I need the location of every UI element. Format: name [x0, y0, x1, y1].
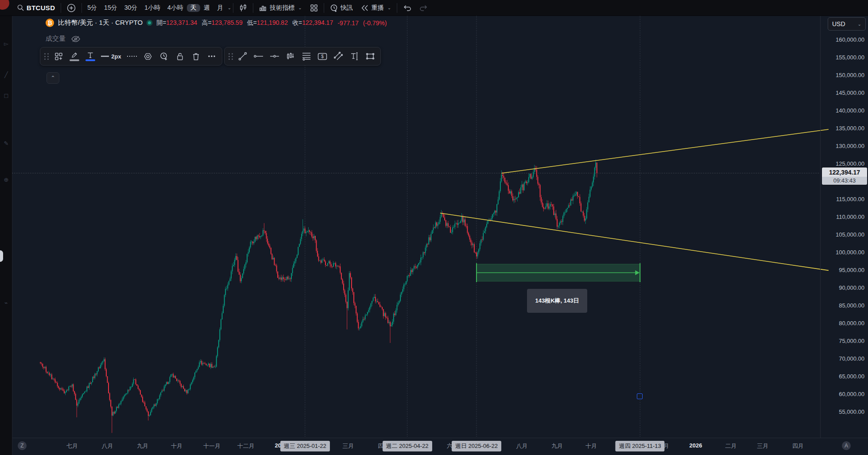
symbol-search-button[interactable]: BTCUSD: [13, 2, 59, 14]
price-label-tool-button[interactable]: $: [315, 49, 330, 63]
price-axis-label: 160,000.00: [836, 36, 864, 43]
timeframe-30m[interactable]: 30分: [121, 4, 141, 12]
eye-off-icon[interactable]: [71, 35, 81, 43]
price-axis-label: 100,000.00: [836, 249, 864, 256]
settings-button[interactable]: [140, 49, 155, 63]
timeframe-1w[interactable]: 週: [200, 4, 213, 12]
separator: [324, 3, 324, 13]
timeframe-4h[interactable]: 4小時: [164, 4, 187, 12]
rectangle-tool-button[interactable]: [363, 49, 378, 63]
time-axis-label: 十一月: [203, 442, 221, 450]
add-alert-button[interactable]: [156, 49, 171, 63]
price-axis-label: 115,000.00: [836, 196, 864, 202]
sidebar-handle[interactable]: [0, 250, 3, 262]
date-badge[interactable]: 週四 2025-11-13: [616, 441, 665, 451]
price-axis-label: 110,000.00: [836, 214, 864, 220]
replay-button[interactable]: 重播 ⌄: [357, 2, 395, 14]
drag-handle[interactable]: [44, 49, 49, 63]
timeframe-1h[interactable]: 1小時: [141, 4, 164, 12]
sidebar-tool-icon[interactable]: ▻: [3, 40, 10, 47]
rewind-icon: [361, 4, 369, 12]
horizontal-line-tool-button[interactable]: [251, 49, 266, 63]
price-axis-label: 140,000.00: [836, 107, 864, 114]
price-axis-label: 105,000.00: [836, 231, 864, 238]
layout-grid-button[interactable]: [306, 2, 322, 14]
indicators-button[interactable]: 技術指標 ⌄: [255, 2, 306, 14]
timeframe-15m[interactable]: 15分: [101, 4, 121, 12]
chart-legend: ₿ 比特幣/美元 · 1天 · CRYPTO 開=123,371.34 高=12…: [46, 19, 387, 27]
chart-pane[interactable]: ₿ 比特幣/美元 · 1天 · CRYPTO 開=123,371.34 高=12…: [12, 16, 868, 455]
horizontal-line-icon: [254, 54, 264, 58]
text-color-button[interactable]: [83, 49, 98, 63]
symbol-label: BTCUSD: [27, 4, 55, 12]
lock-icon: [176, 52, 184, 61]
timeframe-1d-selected[interactable]: 天: [187, 4, 200, 12]
line-width-button[interactable]: 2px: [99, 49, 124, 63]
collapse-legend-button[interactable]: ⌃: [46, 72, 59, 84]
candlestick-chart[interactable]: [12, 16, 868, 455]
sidebar-tool-icon[interactable]: ╱: [3, 71, 10, 78]
drag-handle[interactable]: [229, 49, 233, 63]
timeframe-dropdown-chevron-icon[interactable]: ⌄: [228, 5, 231, 10]
rectangle-icon: [366, 53, 375, 60]
low-label: 低=: [247, 19, 257, 26]
delete-button[interactable]: [188, 49, 203, 63]
volume-label[interactable]: 成交量: [46, 35, 66, 43]
timeframe-5m[interactable]: 5分: [84, 4, 101, 12]
time-axis[interactable]: Z 七月八月九月十月十一月十二月2025二月三月四月五月六月七月八月九月十月十一…: [12, 438, 868, 455]
sidebar-tool-icon[interactable]: ◻: [3, 92, 10, 99]
drawing-selection-handle[interactable]: [637, 393, 643, 399]
chart-type-button[interactable]: [235, 2, 251, 14]
indicators-label: 技術指標: [270, 4, 294, 12]
parallel-channel-tool-button[interactable]: [331, 49, 346, 63]
horizontal-ray-tool-button[interactable]: [267, 49, 282, 63]
line-width-icon: [101, 55, 109, 57]
price-axis-label: 85,000.00: [839, 302, 864, 309]
price-axis[interactable]: USD ⌄ 160,000.00155,000.00150,000.00145,…: [820, 16, 868, 438]
bars-pattern-icon: [286, 52, 295, 61]
time-axis-label: 十月: [171, 442, 182, 450]
timeframe-1mo[interactable]: 月: [213, 4, 227, 12]
time-axis-label: 二月: [725, 442, 736, 450]
long-position-tool-button[interactable]: [299, 49, 314, 63]
search-icon: [17, 4, 24, 11]
separator: [397, 3, 397, 13]
bars-pattern-tool-button[interactable]: [283, 49, 298, 63]
gear-icon: [143, 52, 152, 61]
adjust-button[interactable]: A: [842, 441, 851, 450]
undo-button[interactable]: [399, 2, 415, 14]
currency-select[interactable]: USD ⌄: [828, 17, 866, 31]
symbol-title[interactable]: 比特幣/美元 · 1天 · CRYPTO: [58, 19, 143, 27]
alert-button[interactable]: 快訊: [326, 2, 357, 14]
redo-button[interactable]: [415, 2, 432, 14]
replay-label: 重播: [372, 4, 384, 12]
line-width-label: 2px: [111, 53, 121, 60]
svg-text:$: $: [321, 54, 324, 59]
time-axis-label: 十二月: [237, 442, 255, 450]
low-value: 121,190.82: [257, 19, 288, 26]
sidebar-tool-icon[interactable]: ⊕: [3, 176, 10, 183]
position-lines-icon: [302, 52, 311, 61]
time-axis-label: 九月: [551, 442, 563, 450]
trend-line-tool-button[interactable]: [235, 49, 250, 63]
style-panel: 2px: [40, 47, 222, 66]
trend-line-icon: [238, 52, 247, 61]
more-options-button[interactable]: [204, 49, 219, 63]
app-logo[interactable]: [0, 0, 9, 10]
lock-button[interactable]: [172, 49, 187, 63]
sidebar-tool-icon[interactable]: ✎: [3, 140, 10, 147]
line-style-button[interactable]: [124, 49, 140, 63]
change-value: -977.17: [337, 19, 358, 27]
currency-chevron-icon: ⌄: [858, 22, 861, 27]
time-axis-label: 四月: [792, 442, 804, 450]
line-color-button[interactable]: [67, 49, 82, 63]
sidebar-tool-icon[interactable]: ⌁: [3, 299, 10, 307]
add-symbol-button[interactable]: [63, 2, 80, 14]
template-button[interactable]: [51, 49, 66, 63]
date-badge[interactable]: 週二 2025-04-22: [382, 441, 432, 451]
timezone-button[interactable]: Z: [18, 441, 27, 450]
date-badge[interactable]: 週日 2025-06-22: [452, 441, 501, 451]
text-tool-button[interactable]: [347, 49, 362, 63]
horizontal-ray-icon: [270, 54, 279, 58]
date-badge[interactable]: 週三 2025-01-22: [280, 441, 330, 451]
